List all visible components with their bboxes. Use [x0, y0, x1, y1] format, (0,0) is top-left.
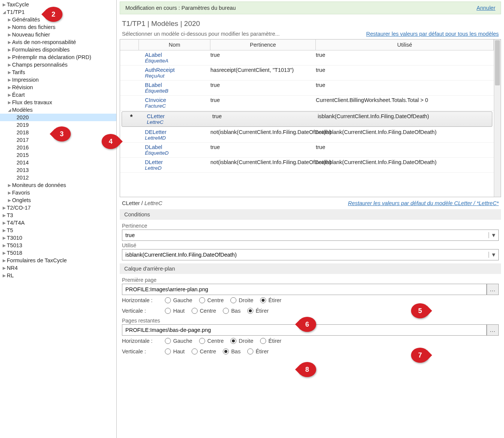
tree-revision[interactable]: ▶Révision [0, 84, 116, 91]
restore-all-link[interactable]: Restaurer les valeurs par défaut pour to… [366, 31, 499, 37]
tree-tarifs[interactable]: ▶Tarifs [0, 68, 116, 76]
sub-text: Sélectionner un modèle ci-dessous pour m… [122, 31, 280, 37]
tree-moniteurs[interactable]: ▶Moniteurs de données [0, 181, 116, 189]
tree-taxcycle[interactable]: ▶TaxCycle [0, 1, 116, 8]
template-row[interactable]: BLabelÉtiquetteBtruetrue [120, 81, 494, 96]
tree-onglets[interactable]: ▶Onglets [0, 196, 116, 204]
row-name: DLabel [145, 144, 210, 150]
pertinence-combo[interactable]: ▼ [122, 230, 499, 241]
chevron-right-icon: ▶ [7, 85, 12, 90]
tree-year-2014[interactable]: 2014 [0, 159, 116, 166]
tree-t4[interactable]: ▶T4/T4A [0, 219, 116, 227]
callout-2: 2 [44, 7, 62, 22]
first-page-browse-button[interactable]: ... [487, 284, 499, 295]
tree-flux[interactable]: ▶Flux des travaux [0, 99, 116, 106]
row-subname: ReçuAut [145, 73, 210, 79]
remaining-vertical: Verticale : Haut Centre Bas Étirer [122, 346, 499, 357]
tree-ecart[interactable]: ▶Écart [0, 91, 116, 99]
tree-formulaires[interactable]: ▶Formulaires disponibles [0, 46, 116, 53]
tree-year-2012[interactable]: 2012 [0, 174, 116, 181]
tree-nr4[interactable]: ▶NR4 [0, 264, 116, 272]
template-row[interactable]: *CLetterLettreCtrueisblank(CurrentClient… [122, 111, 492, 127]
callout-4: 4 [102, 134, 120, 149]
restore-model-link[interactable]: Restaurer les valeurs par défaut du modè… [348, 200, 499, 206]
template-row[interactable]: ALabelÉtiquetteAtruetrue [120, 50, 494, 65]
row-pertinence: true [210, 97, 316, 109]
tree-year-2013[interactable]: 2013 [0, 166, 116, 174]
row-subname: LettreC [147, 119, 212, 125]
template-row[interactable]: DLabelÉtiquetteDtruetrue [120, 143, 494, 158]
template-row[interactable]: CInvoiceFactureCtrueCurrentClient.Billin… [120, 96, 494, 111]
chevron-right-icon: ▶ [7, 62, 12, 67]
tree-t3[interactable]: ▶T3 [0, 211, 116, 219]
tree-t5013[interactable]: ▶T5013 [0, 242, 116, 249]
rp-h-droite[interactable]: Droite [230, 338, 253, 344]
col-name[interactable]: Nom [139, 40, 210, 50]
tree-nouveau[interactable]: ▶Nouveau fichier [0, 31, 116, 38]
tree-t5[interactable]: ▶T5 [0, 227, 116, 234]
tree-year-2020[interactable]: 2020 [0, 114, 116, 121]
tree-preremplir[interactable]: ▶Préremplir ma déclaration (PRD) [0, 53, 116, 61]
grid-scrollbar[interactable] [494, 40, 501, 197]
template-row[interactable]: DLetterLettreDnot(isblank(CurrentClient.… [120, 158, 494, 173]
col-pertinence[interactable]: Pertinence [210, 40, 316, 50]
chevron-right-icon: ▶ [7, 70, 12, 75]
pertinence-dropdown-icon[interactable]: ▼ [489, 232, 498, 238]
row-name: DLetter [145, 159, 210, 165]
row-used: isblank(CurrentClient.Info.Filing.DateOf… [318, 113, 492, 125]
first-page-path[interactable] [122, 284, 487, 295]
rp-h-gauche[interactable]: Gauche [165, 338, 192, 344]
utilise-input[interactable] [122, 252, 489, 258]
tree-champs[interactable]: ▶Champs personnalisés [0, 61, 116, 68]
tree-rl[interactable]: ▶RL [0, 272, 116, 279]
row-pertinence: true [210, 52, 316, 64]
pertinence-input[interactable] [122, 232, 489, 238]
tree-t3010[interactable]: ▶T3010 [0, 234, 116, 242]
tree-year-2016[interactable]: 2016 [0, 144, 116, 151]
rp-h-etirer[interactable]: Étirer [260, 338, 282, 344]
template-row[interactable]: DELetterLettreMDnot(isblank(CurrentClien… [120, 128, 494, 143]
tree-modeles[interactable]: ◢Modèles [0, 106, 116, 114]
rp-v-haut[interactable]: Haut [165, 348, 185, 354]
template-row[interactable]: AuthReceiptReçuAuthasreceipt(CurrentClie… [120, 65, 494, 81]
tree-t5018[interactable]: ▶T5018 [0, 249, 116, 257]
callout-6: 6 [298, 317, 316, 332]
rp-v-bas[interactable]: Bas [223, 348, 241, 354]
rp-h-centre[interactable]: Centre [199, 338, 224, 344]
detail-title: CLetter / LettreC [122, 200, 162, 206]
col-used[interactable]: Utilisé [316, 40, 494, 50]
tree-formtax[interactable]: ▶Formulaires de TaxCycle [0, 257, 116, 264]
fp-h-gauche[interactable]: Gauche [165, 297, 192, 303]
chevron-right-icon: ▶ [7, 32, 12, 37]
tree-noms[interactable]: ▶Noms des fichiers [0, 23, 116, 31]
remaining-browse-button[interactable]: ... [487, 324, 499, 336]
fp-h-centre[interactable]: Centre [199, 297, 224, 303]
breadcrumb: T1/TP1 | Modèles | 2020 [117, 16, 504, 31]
callout-8: 8 [298, 362, 316, 377]
chevron-right-icon: ▶ [7, 25, 12, 30]
tree-avis[interactable]: ▶Avis de non-responsabilité [0, 38, 116, 46]
fp-v-haut[interactable]: Haut [165, 308, 185, 314]
first-page-input[interactable] [122, 286, 486, 292]
rp-v-etirer[interactable]: Étirer [247, 348, 269, 354]
chevron-right-icon: ▶ [7, 100, 12, 105]
tree-year-2015[interactable]: 2015 [0, 151, 116, 159]
tree-t2[interactable]: ▶T2/CO-17 [0, 204, 116, 211]
chevron-right-icon: ▶ [7, 78, 12, 82]
rp-v-centre[interactable]: Centre [192, 348, 216, 354]
utilise-combo[interactable]: ▼ [122, 249, 499, 260]
chevron-down-icon: ◢ [2, 10, 7, 15]
callout-3: 3 [53, 126, 71, 141]
utilise-dropdown-icon[interactable]: ▼ [489, 252, 498, 258]
fp-h-droite[interactable]: Droite [230, 297, 253, 303]
row-mark [120, 97, 139, 109]
row-name: ALabel [145, 52, 210, 58]
banner-cancel-link[interactable]: Annuler [477, 5, 495, 11]
fp-v-centre[interactable]: Centre [192, 308, 216, 314]
tree-favoris[interactable]: ▶Favoris [0, 189, 116, 196]
tree-impression[interactable]: ▶Impression [0, 76, 116, 84]
fp-v-etirer[interactable]: Étirer [247, 308, 269, 314]
fp-v-bas[interactable]: Bas [223, 308, 241, 314]
fp-h-etirer[interactable]: Étirer [260, 297, 282, 303]
edit-banner: Modification en cours : Paramètres du bu… [120, 2, 501, 14]
